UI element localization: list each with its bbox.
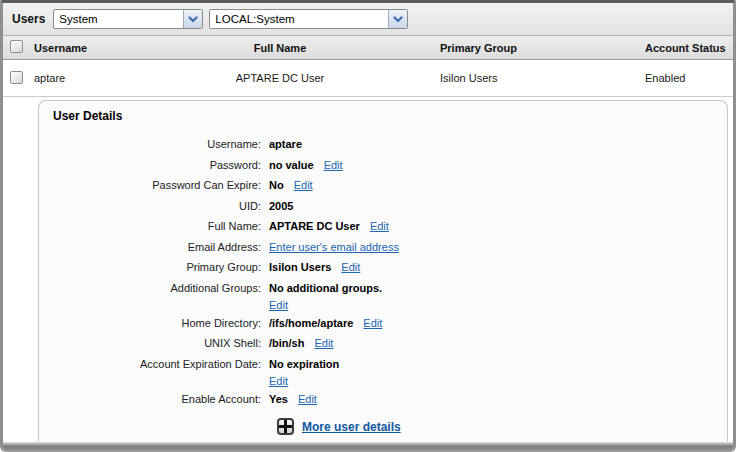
- detail-row-username: Username:aptare: [53, 134, 727, 155]
- field-value-area-unix-shell: /bin/shEdit: [269, 333, 333, 354]
- edit-password-link[interactable]: Edit: [324, 159, 343, 171]
- field-label-password: Password:: [53, 155, 269, 176]
- detail-row-full-name: Full Name:APTARE DC UserEdit: [53, 216, 727, 237]
- field-value-area-password-can-expire: NoEdit: [269, 175, 313, 196]
- detail-row-unix-shell: UNIX Shell:/bin/shEdit: [53, 333, 727, 354]
- field-label-account-expiration-date: Account Expiration Date:: [53, 354, 269, 389]
- zone-select-value: System: [54, 13, 183, 25]
- field-label-enable-account: Enable Account:: [53, 389, 269, 410]
- field-value-area-account-expiration-date: No expirationEdit: [269, 354, 339, 389]
- edit-unix-shell-link[interactable]: Edit: [314, 337, 333, 349]
- detail-row-password-can-expire: Password Can Expire:NoEdit: [53, 175, 727, 196]
- chevron-down-icon[interactable]: [388, 10, 407, 28]
- table-header: Username Full Name Primary Group Account…: [3, 36, 733, 60]
- more-user-details-link[interactable]: More user details: [302, 420, 401, 434]
- detail-row-account-expiration-date: Account Expiration Date:No expirationEdi…: [53, 354, 727, 389]
- edit-additional-groups-link[interactable]: Edit: [269, 299, 288, 311]
- provider-select-value: LOCAL:System: [210, 13, 388, 25]
- users-label: Users: [12, 12, 45, 26]
- edit-password-can-expire-link[interactable]: Edit: [294, 179, 313, 191]
- field-value-area-home-directory: /ifs/home/aptareEdit: [269, 313, 382, 334]
- toolbar: Users System LOCAL:System: [3, 3, 733, 36]
- detail-row-password: Password:no valueEdit: [53, 155, 727, 176]
- field-value-area-primary-group: Isilon UsersEdit: [269, 257, 360, 278]
- window-bottom-bar: [3, 442, 733, 452]
- provider-select[interactable]: LOCAL:System: [209, 9, 408, 29]
- field-value-enable-account: Yes: [269, 393, 288, 405]
- row-checkbox[interactable]: [10, 71, 23, 84]
- content-area: User Details Username:aptarePassword:no …: [3, 97, 733, 442]
- field-value-uid: 2005: [269, 200, 293, 212]
- detail-row-additional-groups: Additional Groups:No additional groups.E…: [53, 278, 727, 313]
- field-value-full-name: APTARE DC User: [269, 220, 360, 232]
- more-user-details-row: More user details: [277, 418, 727, 435]
- detail-row-email-address: Email Address:Enter user's email address: [53, 237, 727, 258]
- edit-home-directory-link[interactable]: Edit: [363, 317, 382, 329]
- user-details-panel: User Details Username:aptarePassword:no …: [38, 100, 728, 442]
- field-value-area-additional-groups: No additional groups.Edit: [269, 278, 382, 313]
- field-label-email-address: Email Address:: [53, 237, 269, 258]
- column-header-username: Username: [33, 42, 150, 54]
- field-value-area-password: no valueEdit: [269, 155, 343, 176]
- plus-icon[interactable]: [277, 418, 294, 435]
- edit-line-additional-groups: Edit: [269, 298, 382, 313]
- edit-account-expiration-date-link[interactable]: Edit: [269, 375, 288, 387]
- column-header-account-status: Account Status: [642, 42, 733, 54]
- field-label-primary-group: Primary Group:: [53, 257, 269, 278]
- field-value-password-can-expire: No: [269, 179, 284, 191]
- field-label-home-directory: Home Directory:: [53, 313, 269, 334]
- edit-full-name-link[interactable]: Edit: [370, 220, 389, 232]
- field-value-area-enable-account: YesEdit: [269, 389, 317, 410]
- field-label-unix-shell: UNIX Shell:: [53, 333, 269, 354]
- column-header-primary-group: Primary Group: [410, 42, 642, 54]
- field-value-area-uid: 2005: [269, 196, 293, 217]
- chevron-down-icon[interactable]: [183, 10, 202, 28]
- panel-title: User Details: [53, 109, 727, 123]
- field-value-link-email-address[interactable]: Enter user's email address: [269, 241, 399, 253]
- field-value-password: no value: [269, 159, 314, 171]
- field-value-account-expiration-date: No expiration: [269, 358, 339, 370]
- field-value-home-directory: /ifs/home/aptare: [269, 317, 353, 329]
- detail-row-primary-group: Primary Group:Isilon UsersEdit: [53, 257, 727, 278]
- cell-username: aptare: [33, 72, 150, 84]
- field-value-unix-shell: /bin/sh: [269, 337, 304, 349]
- detail-row-uid: UID:2005: [53, 196, 727, 217]
- select-all-checkbox[interactable]: [10, 40, 23, 53]
- field-value-area-email-address: Enter user's email address: [269, 237, 399, 258]
- field-label-uid: UID:: [53, 196, 269, 217]
- table-row[interactable]: aptare APTARE DC User Isilon Users Enabl…: [3, 60, 733, 97]
- window-frame: Users System LOCAL:System Username Full …: [0, 0, 736, 452]
- cell-primary-group: Isilon Users: [410, 72, 642, 84]
- cell-account-status: Enabled: [642, 72, 733, 84]
- field-value-area-full-name: APTARE DC UserEdit: [269, 216, 389, 237]
- column-header-full-name: Full Name: [150, 42, 410, 54]
- field-label-additional-groups: Additional Groups:: [53, 278, 269, 313]
- field-label-password-can-expire: Password Can Expire:: [53, 175, 269, 196]
- field-value-additional-groups: No additional groups.: [269, 282, 382, 294]
- detail-row-home-directory: Home Directory:/ifs/home/aptareEdit: [53, 313, 727, 334]
- detail-row-enable-account: Enable Account:YesEdit: [53, 389, 727, 410]
- field-label-username: Username:: [53, 134, 269, 155]
- field-value-username: aptare: [269, 138, 302, 150]
- cell-full-name: APTARE DC User: [150, 72, 410, 84]
- field-value-primary-group: Isilon Users: [269, 261, 331, 273]
- detail-fields: Username:aptarePassword:no valueEditPass…: [53, 134, 727, 409]
- edit-primary-group-link[interactable]: Edit: [341, 261, 360, 273]
- zone-select[interactable]: System: [53, 9, 203, 29]
- field-value-area-username: aptare: [269, 134, 302, 155]
- field-label-full-name: Full Name:: [53, 216, 269, 237]
- edit-enable-account-link[interactable]: Edit: [298, 393, 317, 405]
- edit-line-account-expiration-date: Edit: [269, 374, 339, 389]
